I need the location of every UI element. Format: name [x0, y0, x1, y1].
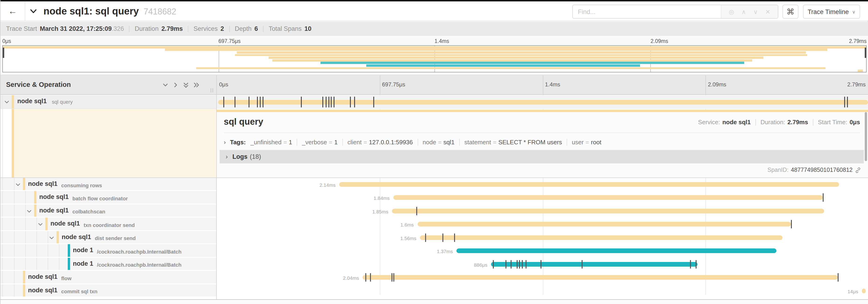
span-duration-label: 886μs: [474, 262, 488, 267]
detail-service: node sql1: [722, 119, 750, 126]
operation-name: /cockroach.roachpb.Internal/Batch: [97, 249, 182, 254]
span-row-commit-sql-txn[interactable]: node sql1commit sql txn14μs: [0, 284, 868, 298]
span-row-consuming-rows[interactable]: node sql1consuming rows2.14ms: [0, 178, 868, 191]
span-row--cockroach-roachpb-internal-batch[interactable]: node 1/cockroach.roachpb.Internal/Batch8…: [0, 258, 868, 271]
service-name: node 1/cockroach.roachpb.Internal/Batch: [73, 260, 182, 267]
tag-item: _verbose=1: [302, 138, 338, 145]
back-button[interactable]: ←: [0, 1, 25, 21]
tree-guide-line: [14, 244, 14, 257]
bottom-scroll-track[interactable]: [0, 299, 868, 304]
next-match-icon[interactable]: ∨: [753, 8, 758, 15]
span-row--cockroach-roachpb-internal-batch[interactable]: node 1/cockroach.roachpb.Internal/Batch1…: [0, 244, 868, 258]
span-bar[interactable]: [417, 222, 791, 227]
chevron-down-icon[interactable]: [37, 222, 43, 229]
panel-drag-handle[interactable]: [213, 88, 213, 93]
span-bar[interactable]: [339, 182, 839, 187]
operation-name: dist sender send: [95, 236, 136, 241]
span-log-tick: [541, 260, 542, 268]
span-row-txn-coordinator-send[interactable]: node sql1txn coordinator send1.6ms: [0, 218, 868, 231]
span-log-tick: [322, 97, 323, 107]
keyboard-shortcuts-button[interactable]: ⌘: [782, 5, 798, 19]
minimap-span-bar: [3, 46, 866, 48]
expand-all-icon[interactable]: [193, 82, 199, 90]
find-input[interactable]: [573, 5, 721, 18]
span-row-left[interactable]: node 1/cockroach.roachpb.Internal/Batch: [0, 244, 216, 258]
panel-divider[interactable]: [216, 75, 217, 299]
view-dropdown-button[interactable]: Trace Timeline ∨: [803, 5, 860, 19]
span-bar[interactable]: [420, 235, 782, 240]
span-row-left[interactable]: node sql1 sql query: [0, 95, 216, 109]
detail-band-bottom-border: [0, 177, 868, 178]
tree-guide-line: [48, 244, 48, 257]
vertical-scrollbar-thumb[interactable]: [865, 112, 867, 161]
minimap-span-bar: [237, 52, 806, 54]
tree-guide-line: [36, 231, 37, 243]
meta-label: Duration: [135, 25, 159, 32]
expand-one-icon[interactable]: [173, 82, 179, 90]
tag-key: _verbose: [302, 138, 327, 145]
span-row-left[interactable]: node sql1consuming rows: [0, 178, 216, 191]
span-row-left[interactable]: node 1/cockroach.roachpb.Internal/Batch: [0, 258, 216, 271]
span-row-dist-sender-send[interactable]: node sql1dist sender send1.56ms: [0, 231, 868, 244]
span-duration-label: 2.04ms: [343, 275, 359, 281]
trace-meta-bar: Trace StartMarch 31 2022, 17:25:09.326Du…: [0, 22, 868, 36]
service-name: node sql1colbatchscan: [39, 207, 105, 214]
span-color-accent: [57, 231, 59, 243]
span-bar[interactable]: [862, 289, 866, 293]
span-log-tick: [454, 234, 455, 242]
minimap-right-handle[interactable]: [865, 47, 866, 58]
span-color-accent: [45, 218, 48, 230]
span-log-tick: [249, 97, 250, 107]
minimap-span-bar: [272, 59, 752, 62]
span-color-accent: [23, 284, 25, 297]
trace-collapse-icon[interactable]: [29, 7, 37, 17]
detail-band-left: [0, 109, 216, 177]
span-bar[interactable]: [392, 209, 824, 213]
span-row-left[interactable]: node sql1commit sql txn: [0, 284, 216, 298]
span-bar[interactable]: [457, 248, 777, 253]
span-log-tick: [416, 207, 417, 215]
span-row-left[interactable]: node sql1txn coordinator send: [0, 218, 216, 231]
service-name: node sql1dist sender send: [62, 234, 136, 240]
span-log-tick: [425, 234, 426, 242]
span-log-tick: [301, 97, 302, 107]
span-row-batch-flow-coordinator[interactable]: node sql1batch flow coordinator1.84ms: [0, 191, 868, 205]
span-bar[interactable]: [218, 100, 868, 104]
span-bar[interactable]: [363, 275, 838, 280]
selected-span-mini-bar: [216, 110, 868, 112]
tags-row[interactable]: › Tags: _unfinished=1_verbose=1client=12…: [224, 136, 860, 147]
span-rows: node sql1consuming rows2.14msnode sql1ba…: [0, 178, 868, 298]
span-log-tick: [331, 97, 332, 107]
span-row-colbatchscan[interactable]: node sql1colbatchscan1.85ms: [0, 205, 868, 218]
logs-row[interactable]: › Logs (18): [220, 150, 864, 163]
chevron-down-icon[interactable]: [4, 99, 10, 106]
span-row-left[interactable]: node sql1flow: [0, 271, 216, 284]
span-bar-track[interactable]: [216, 95, 868, 109]
clear-search-icon[interactable]: ✕: [765, 8, 770, 15]
chevron-down-icon[interactable]: [26, 208, 32, 215]
collapse-one-icon[interactable]: [162, 82, 169, 90]
collapse-all-icon[interactable]: [183, 82, 189, 90]
tree-guide-line: [14, 271, 14, 283]
prev-match-icon[interactable]: ∧: [741, 8, 746, 15]
minimap-canvas[interactable]: [2, 45, 867, 72]
chevron-right-icon: ›: [224, 138, 226, 145]
span-log-tick: [350, 97, 351, 107]
span-log-tick: [223, 97, 224, 107]
span-row-left[interactable]: node sql1batch flow coordinator: [0, 191, 216, 205]
span-row-left[interactable]: node sql1colbatchscan: [0, 205, 216, 218]
span-bar[interactable]: [393, 195, 823, 200]
link-icon[interactable]: [855, 167, 861, 173]
chevron-down-icon[interactable]: [49, 235, 55, 242]
span-row-sql-query[interactable]: node sql1 sql query: [0, 95, 868, 109]
locate-icon[interactable]: ◎: [729, 8, 734, 15]
span-log-tick: [370, 273, 371, 281]
detail-duration: 2.79ms: [787, 119, 808, 126]
panel-drag-handle[interactable]: [211, 88, 211, 93]
span-row-left[interactable]: node sql1dist sender send: [0, 231, 216, 244]
minimap-left-handle[interactable]: [3, 47, 4, 58]
span-log-tick: [326, 97, 327, 107]
tree-guide-line: [2, 231, 3, 243]
span-row-flow[interactable]: node sql1flow2.04ms: [0, 271, 868, 284]
chevron-down-icon[interactable]: [15, 182, 21, 189]
